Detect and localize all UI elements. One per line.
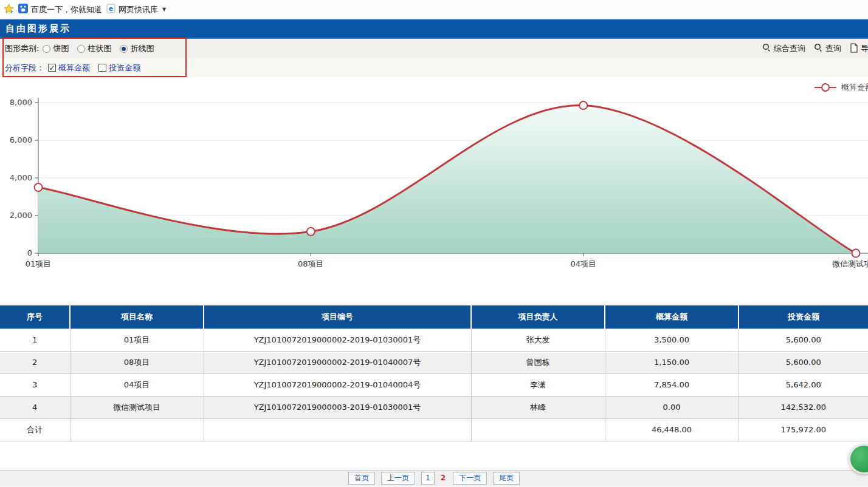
table-cell: 08项目 <box>70 351 204 373</box>
checkbox-unchecked-icon[interactable] <box>98 64 106 72</box>
table-cell: 01项目 <box>70 329 204 351</box>
table-cell: YZJ1010072019000002-2019-01040004号 <box>204 373 471 396</box>
radio-unselected-icon[interactable] <box>43 45 50 53</box>
table-cell: 5,600.00 <box>739 351 868 373</box>
analysis-field-option[interactable]: ✓概算金额 <box>48 63 90 73</box>
toolbar-button[interactable]: 综合查询 <box>762 43 805 54</box>
legend-label: 概算金额 <box>841 83 868 92</box>
table-cell: 7,854.00 <box>605 373 739 396</box>
table-row: 304项目YZJ1010072019000002-2019-01040004号李… <box>0 373 868 396</box>
table-row: 4微信测试项目YZJ1010072019000003-2019-01030001… <box>0 396 868 418</box>
table-cell: 1 <box>0 329 70 351</box>
bookmark-label: 百度一下，你就知道 <box>31 4 102 15</box>
toolbar-button-label: 综合查询 <box>774 43 805 54</box>
analysis-fields-check-group: ✓概算金额投资金额 <box>48 63 140 73</box>
radio-label: 饼图 <box>53 43 69 54</box>
table-cell: 3,500.00 <box>605 329 739 351</box>
ie-page-icon: e <box>106 4 115 15</box>
table-row: 208项目YZJ1010072019000002-2019-01040007号曾… <box>0 351 868 373</box>
table-cell: 微信测试项目 <box>70 396 204 418</box>
title-bar: 自由图形展示 <box>0 19 868 39</box>
search-icon <box>814 43 823 54</box>
table-cell: 张大发 <box>471 329 605 351</box>
chart-type-radio-group: 饼图柱状图折线图 <box>43 43 154 54</box>
table-cell: 曾国栋 <box>471 351 605 373</box>
data-point-marker[interactable] <box>579 101 587 109</box>
table-cell: 0.00 <box>605 396 739 418</box>
toolbar-row-chart-type: 图形类别: 饼图柱状图折线图 综合查询查询导出 <box>0 39 868 58</box>
baidu-icon <box>18 4 28 15</box>
table-header-cell: 序号 <box>0 305 70 329</box>
pagination-last-button[interactable]: 尾页 <box>493 472 520 484</box>
table-cell: 142,532.00 <box>739 396 868 418</box>
table-cell: 李潇 <box>471 373 605 396</box>
table-cell <box>70 418 204 441</box>
toolbar-buttons: 综合查询查询导出 <box>762 39 868 58</box>
y-axis-tick-label: 8,000 <box>10 98 32 107</box>
pagination-prev-button[interactable]: 上一页 <box>381 472 415 484</box>
projects-table: 序号项目名称项目编号项目负责人概算金额投资金额 101项目YZJ10100720… <box>0 305 868 441</box>
toolbar-button-label: 导出 <box>861 43 868 54</box>
bookmark-webslice[interactable]: e 网页快讯库 ▼ <box>106 4 166 15</box>
table-cell: 5,642.00 <box>739 373 868 396</box>
x-axis-category-label: 04项目 <box>570 259 596 268</box>
pagination-bar: 首页 上一页 12 下一页 尾页 <box>0 470 868 486</box>
table-cell: 3 <box>0 373 70 396</box>
analysis-fields-label: 分析字段： <box>5 63 44 73</box>
x-axis-category-label: 01项目 <box>26 259 52 268</box>
table-cell: 175,972.00 <box>739 418 868 441</box>
line-chart: 02,0004,0006,0008,00001项目08项目04项目微信测试项目概… <box>0 77 868 276</box>
export-icon <box>850 43 858 55</box>
bookmark-label: 网页快讯库 <box>119 4 158 15</box>
area-fill <box>38 105 856 253</box>
table-cell: 1,150.00 <box>605 351 739 373</box>
table-cell <box>471 418 605 441</box>
checkbox-checked-icon[interactable]: ✓ <box>48 64 56 72</box>
pagination-current-page[interactable]: 2 <box>439 472 447 483</box>
chart-legend: 概算金额 <box>815 83 868 92</box>
toolbar-button[interactable]: 导出 <box>850 43 868 55</box>
table-cell: YZJ1010072019000003-2019-01030001号 <box>204 396 471 418</box>
table-row: 101项目YZJ1010072019000002-2019-01030001号张… <box>0 329 868 351</box>
table-cell: 4 <box>0 396 70 418</box>
table-cell <box>204 418 471 441</box>
table-header-cell: 项目负责人 <box>471 305 605 329</box>
table-header-cell: 概算金额 <box>605 305 739 329</box>
bookmark-baidu[interactable]: 百度一下，你就知道 <box>18 4 102 15</box>
chart-type-option[interactable]: 柱状图 <box>77 43 111 54</box>
x-axis-category-label: 08项目 <box>298 259 324 268</box>
table-cell: 5,600.00 <box>739 329 868 351</box>
table-header-cell: 项目名称 <box>70 305 204 329</box>
data-point-marker[interactable] <box>35 183 43 191</box>
x-axis-category-label: 微信测试项目 <box>832 259 868 268</box>
data-point-marker[interactable] <box>852 250 860 257</box>
pagination-page-button[interactable]: 1 <box>421 472 435 484</box>
favorites-star-icon[interactable] <box>4 4 14 16</box>
radio-unselected-icon[interactable] <box>77 45 85 53</box>
data-point-marker[interactable] <box>307 228 315 236</box>
radio-selected-icon[interactable] <box>120 45 128 53</box>
chart-type-option[interactable]: 饼图 <box>43 43 69 54</box>
toolbar-row-analysis-fields: 分析字段： ✓概算金额投资金额 <box>0 58 868 77</box>
analysis-field-option[interactable]: 投资金额 <box>98 63 140 73</box>
search-icon <box>762 43 771 54</box>
pagination-first-button[interactable]: 首页 <box>348 472 375 484</box>
toolbar-button[interactable]: 查询 <box>814 43 841 54</box>
bookmarks-bar: 百度一下，你就知道 e 网页快讯库 ▼ <box>0 0 868 19</box>
table-cell: 合计 <box>0 418 70 441</box>
table-header-cell: 投资金额 <box>739 305 868 329</box>
y-axis-tick-label: 2,000 <box>10 211 32 220</box>
checkbox-label: 投资金额 <box>109 63 140 73</box>
chevron-down-icon[interactable]: ▼ <box>162 7 166 12</box>
y-axis-tick-label: 4,000 <box>10 173 32 182</box>
checkbox-label: 概算金额 <box>58 63 90 73</box>
radio-label: 折线图 <box>130 43 154 54</box>
table-cell: 04项目 <box>70 373 204 396</box>
chart-type-option[interactable]: 折线图 <box>120 43 154 54</box>
toolbar-button-label: 查询 <box>825 43 841 54</box>
pagination-next-button[interactable]: 下一页 <box>453 472 487 484</box>
y-axis-tick-label: 0 <box>27 248 32 257</box>
footer-gap <box>0 441 868 470</box>
radio-label: 柱状图 <box>88 43 111 54</box>
page: 百度一下，你就知道 e 网页快讯库 ▼ 自由图形展示 图形类别: 饼图柱状图折线… <box>0 0 868 487</box>
